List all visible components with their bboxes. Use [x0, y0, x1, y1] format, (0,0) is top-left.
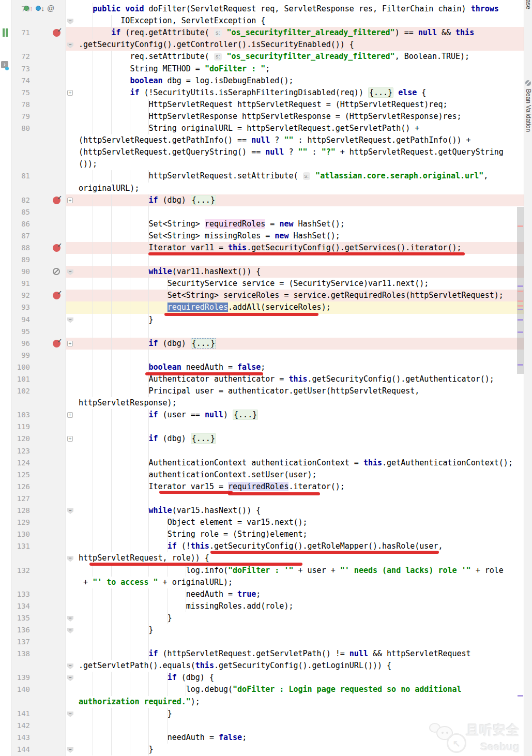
code-line[interactable]: 120+ if (dbg) {...}	[0, 433, 532, 445]
red-underline	[89, 563, 302, 566]
fold-marker[interactable]: +	[67, 433, 75, 445]
breakpoint-icon[interactable]: ✓	[23, 338, 65, 350]
gutter-icon-slot	[23, 15, 65, 27]
code-line[interactable]: 100 boolean needAuth = false;	[0, 361, 532, 373]
code-line[interactable]: 129 Object element = var15.next();	[0, 517, 532, 528]
fold-marker[interactable]: −	[67, 552, 75, 564]
code-line[interactable]: 75+ if (!SecurityUtils.isSeraphFiltering…	[0, 87, 532, 99]
breakpoint-icon[interactable]: ✓	[23, 290, 65, 301]
fold-marker[interactable]: −	[67, 708, 75, 720]
code-line[interactable]: 87 Set<String> missingRoles = new HashSe…	[0, 230, 532, 242]
fold-marker[interactable]: −	[67, 15, 75, 27]
code-line[interactable]: (httpServletRequest.getQueryString() == …	[0, 146, 532, 158]
code-line[interactable]: 78 HttpServletRequest httpServletRequest…	[0, 99, 532, 111]
code-line[interactable]: 85	[0, 206, 532, 218]
code-line[interactable]: 125 authenticationContext.setUser(user);	[0, 469, 532, 481]
gutter-icon-slot	[23, 314, 65, 326]
code-text: httpServletRequest.setAttribute( s: "atl…	[74, 170, 488, 182]
tool-button-bean-validation[interactable]: Bean Validation	[525, 89, 532, 132]
code-line[interactable]: 72 req.setAttribute( s: "os_securityfilt…	[0, 51, 532, 63]
code-line[interactable]: 82✓+ if (dbg) {...}	[0, 194, 532, 206]
code-line[interactable]: ());	[0, 158, 532, 170]
code-line[interactable]: 90− while(var11.hasNext()) {	[0, 266, 532, 278]
code-text: Set<String> requiredRoles = new HashSet(…	[74, 218, 345, 230]
gutter-icon-slot	[23, 565, 65, 577]
fold-marker[interactable]: −	[67, 612, 75, 624]
code-line[interactable]: 135− }	[0, 612, 532, 624]
code-line[interactable]: 81 httpServletRequest.setAttribute( s: "…	[0, 170, 532, 182]
code-line[interactable]: 137	[0, 636, 532, 648]
code-line[interactable]: 99	[0, 350, 532, 361]
fold-marker[interactable]: −	[67, 624, 75, 636]
code-line[interactable]: 74 boolean dbg = log.isDebugEnabled();	[0, 75, 532, 87]
code-line[interactable]: httpServletResponse);	[0, 397, 532, 409]
code-line[interactable]: 119	[0, 421, 532, 433]
code-line[interactable]: 138 if (httpServletRequest.getServletPat…	[0, 648, 532, 660]
code-line[interactable]: 89	[0, 254, 532, 266]
code-text: AuthenticationContext authenticationCont…	[74, 457, 513, 469]
code-line[interactable]: 132 log.info("doFilter : '" + user + "' …	[0, 565, 532, 577]
fold-marker[interactable]: +	[67, 87, 75, 99]
right-tool-stripe: base Bean Validation	[524, 0, 532, 756]
breakpoint-icon[interactable]: ✓	[23, 194, 65, 206]
fold-marker[interactable]: +	[67, 409, 75, 421]
code-line[interactable]: 92✓ Set<String> serviceRoles = service.g…	[0, 290, 532, 301]
gutter-icon-slot	[23, 445, 65, 457]
tool-button-database[interactable]: base	[525, 0, 532, 9]
code-line[interactable]: 140 log.debug("doFilter : Login page req…	[0, 684, 532, 695]
code-line[interactable]: 103+ if (user == null) {...}	[0, 409, 532, 421]
code-line[interactable]: authorization required.");	[0, 696, 532, 708]
code-line[interactable]: 136− }	[0, 624, 532, 636]
code-line[interactable]: 80 String originalURL = httpServletReque…	[0, 123, 532, 134]
code-line[interactable]: − .getSecurityConfig().getController().i…	[0, 39, 532, 51]
code-line[interactable]: 93 requiredRoles.addAll(serviceRoles);	[0, 301, 532, 313]
code-line[interactable]: + "' to access " + originalURL);	[0, 577, 532, 588]
fold-marker[interactable]: −	[67, 314, 75, 326]
code-area[interactable]: 6970↑↓@ public void doFilter(ServletRequ…	[0, 0, 532, 755]
fold-marker[interactable]: −	[67, 266, 75, 278]
gutter-icon-slot	[23, 720, 65, 732]
code-line[interactable]: 73 String METHOD = "doFilter : ";	[0, 63, 532, 75]
gutter-icon-slot	[23, 528, 65, 540]
override-method-icons[interactable]: ↑↓@	[23, 3, 65, 15]
fold-marker[interactable]: −	[67, 505, 75, 517]
breakpoint-icon[interactable]: ✓	[23, 27, 65, 39]
code-line[interactable]: 71✓ if (req.getAttribute( s: "os_securit…	[0, 27, 532, 39]
code-line[interactable]: − .getServletPath().equals(this.getSecur…	[0, 660, 532, 672]
code-line[interactable]: 95	[0, 326, 532, 338]
code-line[interactable]: 70↑↓@ public void doFilter(ServletReques…	[0, 3, 532, 15]
gutter-icon-slot	[23, 469, 65, 481]
code-line[interactable]: 86 Set<String> requiredRoles = new HashS…	[0, 218, 532, 230]
breakpoint-icon[interactable]: ✓	[23, 242, 65, 254]
code-line[interactable]: 79 HttpServletResponse httpServletRespon…	[0, 111, 532, 123]
code-line[interactable]: − IOException, ServletException {	[0, 15, 532, 27]
bean-validation-icon[interactable]	[525, 80, 531, 86]
code-text: httpServletResponse);	[74, 397, 177, 409]
fold-marker[interactable]: +	[67, 194, 75, 206]
code-line[interactable]: 91 SecurityService service = (SecuritySe…	[0, 278, 532, 290]
code-line[interactable]: originalURL);	[0, 183, 532, 194]
gutter-icon-slot	[23, 409, 65, 421]
code-line[interactable]: 128− while(var15.hasNext()) {	[0, 505, 532, 517]
fold-marker[interactable]: −	[67, 744, 75, 755]
pause-icon[interactable]	[3, 28, 9, 37]
code-line[interactable]: 126 Iterator var15 = requiredRoles.itera…	[0, 481, 532, 493]
code-line[interactable]: 133 needAuth = true;	[0, 588, 532, 600]
fold-marker[interactable]: −	[67, 660, 75, 672]
code-line[interactable]: 101 Authenticator authenticator = this.g…	[0, 373, 532, 385]
muted-breakpoint-icon[interactable]	[23, 266, 65, 278]
code-line[interactable]: 96✓+ if (dbg) {...}	[0, 338, 532, 350]
fold-marker[interactable]: +	[67, 338, 75, 350]
code-line[interactable]: (httpServletRequest.getPathInfo() == nul…	[0, 134, 532, 146]
code-line[interactable]: 124 AuthenticationContext authentication…	[0, 457, 532, 469]
code-text: Authenticator authenticator = this.getSe…	[74, 373, 494, 385]
code-line[interactable]: 130 String role = (String)element;	[0, 528, 532, 540]
fold-marker[interactable]: −	[67, 672, 75, 684]
code-line[interactable]: 139− if (dbg) {	[0, 672, 532, 684]
code-line[interactable]: 141− }	[0, 708, 532, 720]
code-line[interactable]: 102 Principal user = authenticator.getUs…	[0, 385, 532, 397]
code-line[interactable]: 134 missingRoles.add(role);	[0, 600, 532, 612]
code-line[interactable]: 123	[0, 445, 532, 457]
fold-marker[interactable]: −	[67, 39, 75, 51]
code-text: while(var11.hasNext()) {	[74, 266, 261, 278]
